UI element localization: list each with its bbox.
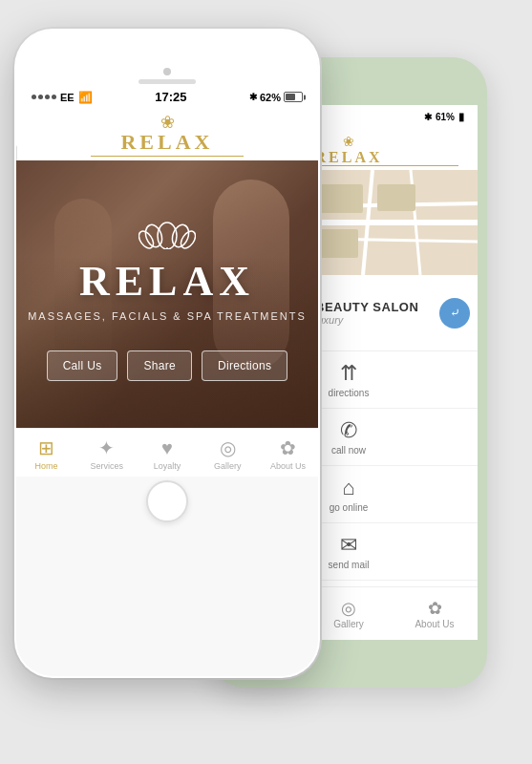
- about-nav-label: About Us: [270, 461, 306, 471]
- hero-image: RELAX MASSAGES, FACIALS & SPA TREATMENTS…: [16, 160, 318, 428]
- gallery-nav-label: Gallery: [214, 461, 242, 471]
- wifi-icon: 📶: [78, 91, 93, 104]
- back-status-icons: ✱ 61% ▮: [424, 111, 464, 123]
- front-time: 17:25: [155, 90, 186, 104]
- carrier-label: EE: [60, 92, 74, 103]
- hero-content: RELAX MASSAGES, FACIALS & SPA TREATMENTS: [28, 207, 307, 322]
- gallery-nav-icon: ◎: [220, 436, 236, 459]
- camera-dot: [163, 68, 171, 75]
- about-nav-icon: ✿: [280, 436, 296, 459]
- signal-dot-2: [38, 95, 43, 99]
- hero-title: RELAX: [28, 261, 307, 303]
- front-bottom-nav: ⊞ Home ✦ Services ♥ Loyalty ◎ Gallery ✿ …: [16, 428, 318, 477]
- front-logo: ❀ RELAX: [16, 108, 318, 160]
- mail-label: send mail: [329, 560, 370, 570]
- back-battery-pct: 61%: [436, 112, 455, 122]
- directions-label: directions: [329, 388, 370, 398]
- services-nav-icon: ✦: [98, 436, 115, 459]
- mail-icon: ✉: [340, 533, 357, 558]
- home-nav-label: Home: [35, 461, 58, 471]
- lotus-icon-main: ❀: [16, 114, 318, 131]
- back-bluetooth-icon: ✱: [424, 112, 432, 122]
- loyalty-nav-icon: ♥: [161, 437, 173, 459]
- hero-buttons: Call Us Share Directions: [47, 350, 288, 381]
- call-label: call now: [331, 445, 366, 456]
- back-battery-icon: ▮: [458, 111, 464, 123]
- home-icon: ⌂: [342, 476, 354, 500]
- nav-loyalty[interactable]: ♥ Loyalty: [137, 435, 197, 473]
- services-nav-label: Services: [91, 461, 124, 471]
- about-label-back: About Us: [415, 619, 454, 629]
- home-button-area: [16, 477, 318, 526]
- directions-button[interactable]: Directions: [202, 350, 287, 381]
- speaker-notch: [138, 79, 196, 84]
- bluetooth-icon: ✱: [249, 92, 257, 102]
- phone-icon: ✆: [340, 418, 357, 443]
- share-button-back[interactable]: ⤶: [439, 298, 470, 329]
- home-nav-icon: ⊞: [38, 436, 54, 459]
- call-us-button[interactable]: Call Us: [47, 350, 118, 381]
- status-left: EE 📶: [32, 91, 93, 104]
- back-lotus-icon: ❀: [343, 134, 354, 149]
- battery-fill: [286, 94, 295, 100]
- signal-dot-4: [52, 95, 56, 99]
- home-button[interactable]: [146, 480, 188, 522]
- salon-title: BEAUTY SALON: [315, 300, 430, 314]
- speaker-area: [16, 31, 318, 88]
- share-button-front[interactable]: Share: [127, 350, 192, 381]
- lotus-svg: [138, 207, 196, 249]
- front-phone: EE 📶 17:25 ✱ 62% ❀ RELAX: [14, 29, 320, 678]
- hero-subtitle: MASSAGES, FACIALS & SPA TREATMENTS: [28, 310, 307, 322]
- tab-about-back[interactable]: ✿ About Us: [392, 587, 478, 640]
- loyalty-nav-label: Loyalty: [154, 461, 181, 471]
- signal-dot-3: [45, 95, 50, 99]
- gallery-icon-back: ◎: [341, 598, 356, 619]
- directions-icon: ⇈: [340, 361, 357, 386]
- nav-home[interactable]: ⊞ Home: [16, 435, 76, 473]
- salon-info: BEAUTY SALON luxury: [306, 275, 439, 350]
- online-label: go online: [330, 502, 369, 513]
- signal-dot-1: [32, 95, 36, 99]
- logo-underline: [91, 156, 244, 157]
- battery-icon: [284, 92, 303, 102]
- about-icon-back: ✿: [428, 598, 442, 619]
- brand-text-main: RELAX: [16, 131, 318, 154]
- hero-lotus-icon: [28, 207, 307, 257]
- salon-subtitle: luxury: [315, 314, 430, 326]
- nav-about[interactable]: ✿ About Us: [258, 435, 318, 473]
- share-icon: ⤶: [450, 306, 460, 320]
- gallery-label-back: Gallery: [333, 619, 364, 629]
- signal-bars: [32, 95, 56, 99]
- front-status-bar: EE 📶 17:25 ✱ 62%: [16, 88, 318, 108]
- svg-rect-13: [377, 184, 415, 211]
- battery-percentage: 62%: [260, 92, 281, 103]
- nav-services[interactable]: ✦ Services: [76, 435, 137, 473]
- nav-gallery[interactable]: ◎ Gallery: [198, 435, 258, 473]
- status-right: ✱ 62%: [249, 92, 303, 103]
- front-phone-inner: EE 📶 17:25 ✱ 62% ❀ RELAX: [16, 31, 318, 676]
